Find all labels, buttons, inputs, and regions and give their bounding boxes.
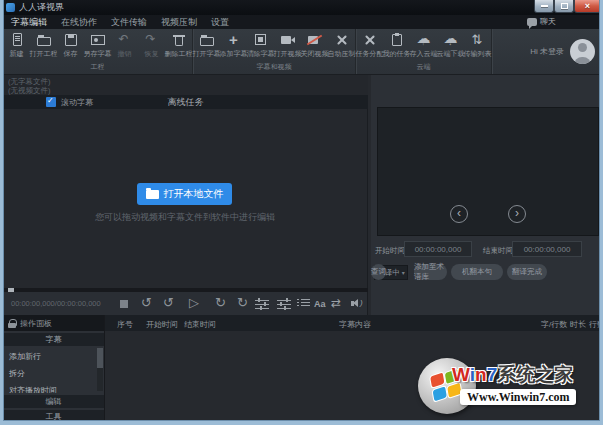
table-header-2: 开始时间 (146, 319, 178, 330)
ops-item-1[interactable]: 添加新行 (3, 348, 104, 365)
menu-item-1[interactable]: 字幕编辑 (11, 16, 47, 29)
toolbar-button-open-project-folder[interactable]: 打开工程 (30, 32, 57, 59)
toolbar-group-label: 字幕和视频 (193, 62, 355, 72)
save-icon (62, 32, 80, 48)
toolbar-button-open-video[interactable]: 打开视频 (274, 32, 301, 59)
player-bar: 00:00:00,000/00:00:00,000 ↺ ↺ ▷ ↻ ↻ Aa ⇄… (3, 292, 368, 315)
close-icon: × (585, 2, 590, 11)
next-line-button[interactable]: › (508, 205, 526, 223)
ops-scrollbar[interactable] (97, 348, 103, 391)
ops-section-2[interactable]: 编辑 (3, 395, 104, 408)
toolbar-button-label: 恢复 (145, 49, 159, 59)
toolbar-button-cloud-download[interactable]: 云端下载 (437, 32, 464, 59)
undo-icon (116, 32, 134, 48)
swap-tracks-icon[interactable]: ⇄ (331, 296, 341, 310)
skip-back-button[interactable]: ↺ (141, 295, 152, 310)
ops-item-3[interactable]: 对齐播放时间 (3, 382, 104, 393)
toolbar-button-save[interactable]: 保存 (57, 32, 84, 59)
lookup-word-button[interactable]: 查词 (371, 264, 386, 280)
toolbar-button-label: 自动压制 (328, 49, 356, 59)
transfer-list-icon (469, 32, 487, 48)
toolbar-button-new-document[interactable]: 新建 (3, 32, 30, 59)
subtitle-file-status: (无字幕文件) (8, 77, 368, 86)
start-time-input[interactable] (404, 241, 472, 257)
video-drop-area[interactable]: 打开本地文件 您可以拖动视频和字幕文件到软件中进行编辑 (3, 109, 368, 288)
toolbar-button-undo[interactable]: 撤销 (111, 32, 138, 59)
play-button[interactable]: ▷ (189, 295, 199, 310)
maximize-icon (561, 3, 568, 9)
delete-project-icon (170, 32, 188, 48)
toolbar-button-transfer-list[interactable]: 传输列表 (464, 32, 491, 59)
toolbar-button-label: 云端下载 (437, 49, 465, 59)
close-button[interactable]: × (574, 0, 601, 13)
app-icon (6, 3, 15, 12)
volume-wave: ) (360, 298, 363, 307)
open-local-file-label: 打开本地文件 (164, 187, 224, 201)
menu-item-4[interactable]: 视频压制 (161, 16, 197, 29)
stop-button[interactable] (120, 300, 128, 308)
open-project-folder-icon (35, 32, 53, 48)
toolbar-button-save-subtitle-as[interactable]: 另存字幕 (84, 32, 111, 59)
user-area: Hi 未登录 (530, 29, 603, 74)
end-time-input[interactable] (512, 241, 582, 257)
previous-line-button[interactable]: ‹ (450, 205, 468, 223)
toolbar-button-burn-video[interactable]: 自动压制 (328, 32, 355, 59)
timeline-settings-sliders-icon[interactable] (277, 298, 291, 309)
ops-section-3[interactable]: 工具 (3, 410, 104, 423)
table-header-3: 结束时间 (184, 319, 216, 330)
ops-section-1[interactable]: 字幕 (3, 333, 104, 346)
user-avatar[interactable] (570, 39, 595, 64)
ops-item-list: 添加新行拆分对齐播放时间合并 (3, 346, 104, 393)
toolbar-group-2: 打开字幕添加字幕清除字幕打开视频关闭视频自动压制字幕和视频 (193, 29, 356, 74)
table-header-7: 行数 (589, 319, 603, 330)
toolbar-button-close-video[interactable]: 关闭视频 (301, 32, 328, 59)
login-greeting[interactable]: Hi 未登录 (530, 46, 564, 57)
menu-item-5[interactable]: 设置 (211, 16, 229, 29)
toolbar-button-task-tools[interactable]: 任务分配 (356, 32, 383, 59)
new-document-icon (8, 32, 26, 48)
toolbar-button-cloud-upload[interactable]: 存入云端 (410, 32, 437, 59)
font-icon[interactable]: Aa (314, 299, 326, 309)
toolbar-button-add-subtitle[interactable]: 添加字幕 (220, 32, 247, 59)
toolbar-button-label: 关闭视频 (301, 49, 329, 59)
volume-icon[interactable]: ) (350, 298, 364, 309)
window-controls: × (534, 0, 601, 13)
forward-button[interactable]: ↻ (215, 295, 226, 310)
maximize-button[interactable] (554, 0, 574, 13)
subtitle-table: 序号开始时间结束时间字幕内容字/行数时长行数 (105, 315, 603, 421)
toolbar-group-label: 工程 (3, 62, 192, 72)
title-bar: 人人译视界 × (0, 0, 603, 15)
subtitle-text-box[interactable]: ‹ › (377, 107, 599, 236)
translation-done-button[interactable]: 翻译完成 (507, 264, 547, 280)
subtitle-style-sliders-icon[interactable] (255, 298, 269, 309)
subtitle-table-body[interactable] (105, 331, 603, 421)
toolbar-groups: 新建打开工程保存另存字幕撤销恢复删除工程工程打开字幕添加字幕清除字幕打开视频关闭… (3, 29, 492, 74)
tab-offline-task[interactable]: 离线任务 (3, 96, 368, 109)
ops-item-2[interactable]: 拆分 (3, 365, 104, 382)
subtitle-list-icon[interactable] (297, 298, 310, 308)
toolbar-button-label: 撤销 (118, 49, 132, 59)
add-to-termbase-button[interactable]: 添加至术语库 (414, 264, 447, 280)
toolbar-button-clear-subtitle[interactable]: 清除字幕 (247, 32, 274, 59)
ops-scrollbar-thumb[interactable] (97, 348, 103, 368)
my-tasks-icon (388, 32, 406, 48)
toolbar-button-redo[interactable]: 恢复 (138, 32, 165, 59)
machine-translate-button[interactable]: 机翻本句 (451, 264, 503, 280)
menu-item-2[interactable]: 在线协作 (61, 16, 97, 29)
operations-panel-header: 操作面板 (3, 315, 104, 331)
table-header-4: 字幕内容 (339, 319, 371, 330)
toolbar-button-open-subtitle-folder[interactable]: 打开字幕 (193, 32, 220, 59)
toolbar-button-delete-project[interactable]: 删除工程 (165, 32, 192, 59)
toolbar-button-my-tasks[interactable]: 我的任务 (383, 32, 410, 59)
drag-drop-hint: 您可以拖动视频和字幕文件到软件中进行编辑 (3, 211, 367, 224)
skip-forward-button[interactable]: ↻ (237, 295, 248, 310)
rewind-button[interactable]: ↺ (163, 295, 174, 310)
minimize-button[interactable] (534, 0, 554, 13)
start-time-label: 开始时间 (375, 246, 405, 256)
toolbar: 新建打开工程保存另存字幕撤销恢复删除工程工程打开字幕添加字幕清除字幕打开视频关闭… (3, 29, 603, 75)
open-local-file-button[interactable]: 打开本地文件 (137, 183, 232, 205)
chat-button[interactable]: 聊天 (527, 16, 556, 27)
lock-icon[interactable] (8, 319, 16, 328)
menu-item-3[interactable]: 文件传输 (111, 16, 147, 29)
toolbar-group-3: 任务分配我的任务存入云端云端下载传输列表云端 (356, 29, 492, 74)
